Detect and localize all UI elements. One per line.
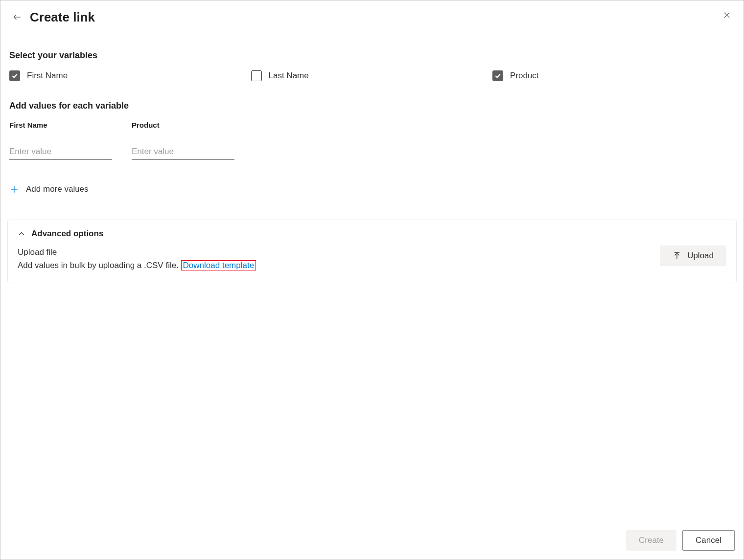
advanced-options-card: Advanced options Upload file Add values … bbox=[7, 220, 737, 283]
variables-checkbox-row: First Name Last Name Product bbox=[9, 70, 735, 81]
cancel-button[interactable]: Cancel bbox=[682, 530, 735, 551]
upload-button[interactable]: Upload bbox=[660, 246, 726, 266]
advanced-options-body: Upload file Add values in bulk by upload… bbox=[18, 246, 726, 272]
checkbox-label: Last Name bbox=[269, 71, 309, 81]
plus-icon bbox=[9, 184, 19, 194]
dialog-footer: Create Cancel bbox=[626, 530, 735, 551]
arrow-left-icon bbox=[12, 12, 22, 22]
value-column-product: Product bbox=[132, 121, 234, 160]
value-input-product[interactable] bbox=[132, 144, 234, 160]
value-column-first-name: First Name bbox=[9, 121, 112, 160]
back-button[interactable] bbox=[9, 9, 25, 25]
download-template-highlight: Download template bbox=[181, 260, 256, 270]
checkbox-item-product[interactable]: Product bbox=[492, 70, 734, 81]
checkbox-label: Product bbox=[510, 71, 539, 81]
dialog-title: Create link bbox=[30, 10, 95, 25]
advanced-options-toggle[interactable]: Advanced options bbox=[18, 229, 726, 239]
select-variables-title: Select your variables bbox=[9, 50, 735, 61]
advanced-options-title: Advanced options bbox=[31, 229, 103, 239]
checkbox-product[interactable] bbox=[492, 70, 503, 81]
chevron-up-icon bbox=[18, 230, 25, 238]
upload-file-title: Upload file bbox=[18, 246, 256, 259]
close-button[interactable] bbox=[719, 7, 735, 23]
upload-file-desc: Add values in bulk by uploading a .CSV f… bbox=[18, 261, 181, 270]
checkbox-item-first-name[interactable]: First Name bbox=[9, 70, 251, 81]
value-label: First Name bbox=[9, 121, 112, 129]
download-template-link[interactable]: Download template bbox=[183, 261, 255, 270]
add-values-section: Add values for each variable First Name … bbox=[0, 81, 744, 194]
checkbox-first-name[interactable] bbox=[9, 70, 20, 81]
dialog-header: Create link bbox=[0, 0, 744, 31]
value-inputs-row: First Name Product bbox=[9, 121, 735, 160]
close-icon bbox=[722, 11, 731, 20]
checkmark-icon bbox=[494, 72, 501, 79]
upload-icon bbox=[673, 251, 681, 260]
add-more-values-button[interactable]: Add more values bbox=[9, 184, 735, 194]
add-values-title: Add values for each variable bbox=[9, 101, 735, 111]
checkbox-last-name[interactable] bbox=[251, 70, 262, 81]
checkbox-label: First Name bbox=[27, 71, 68, 81]
select-variables-section: Select your variables First Name Last Na… bbox=[0, 31, 744, 81]
create-button[interactable]: Create bbox=[626, 530, 676, 551]
value-label: Product bbox=[132, 121, 234, 129]
upload-file-text: Upload file Add values in bulk by upload… bbox=[18, 246, 256, 272]
upload-button-label: Upload bbox=[687, 251, 714, 261]
value-input-first-name[interactable] bbox=[9, 144, 112, 160]
add-more-label: Add more values bbox=[26, 184, 89, 194]
checkbox-item-last-name[interactable]: Last Name bbox=[251, 70, 493, 81]
checkmark-icon bbox=[11, 72, 18, 79]
